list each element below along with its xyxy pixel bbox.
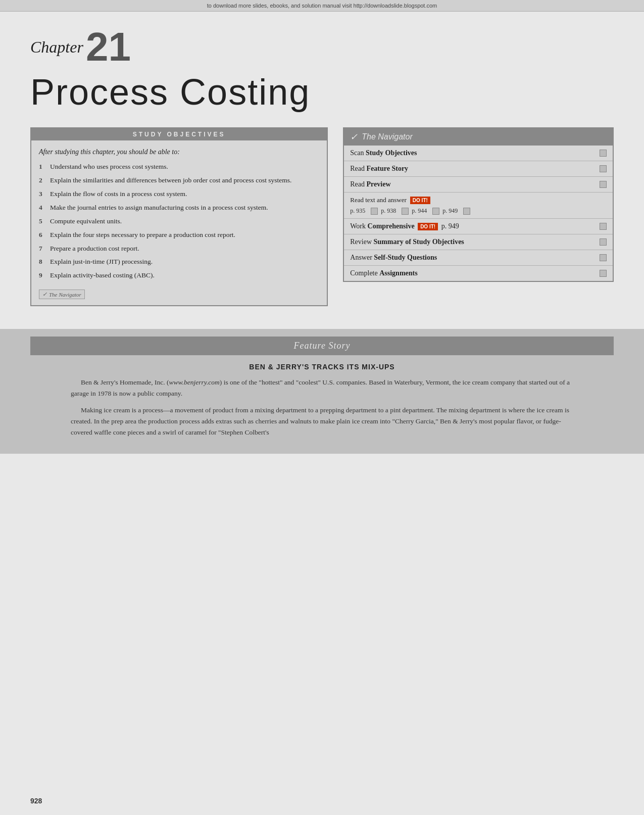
feature-story-url: www.benjerry.com xyxy=(169,378,220,386)
obj-num: 4 xyxy=(39,203,46,213)
nav-item-comprehensive-text: Work Comprehensive DO IT! p. 949 xyxy=(350,222,596,230)
content-area: Chapter 21 Process Costing STUDY OBJECTI… xyxy=(0,12,644,454)
nav-do-it-label: Read text and answer xyxy=(350,196,407,204)
navigator-items: Scan Study Objectives Read Feature Story… xyxy=(344,146,613,281)
obj-num: 3 xyxy=(39,189,46,199)
do-it-badge-comp: DO IT! xyxy=(418,223,438,230)
nav-item-answer-self-study-text: Answer Self-Study Questions xyxy=(350,254,596,262)
study-objectives-body: After studying this chapter, you should … xyxy=(31,140,327,305)
nav-checkbox-949 xyxy=(463,208,470,215)
page-number: 928 xyxy=(30,797,42,805)
nav-checkbox xyxy=(600,238,607,246)
nav-do-it-p938: p. 938 xyxy=(381,207,409,215)
chapter-number: 21 xyxy=(86,27,131,67)
list-item: 7Prepare a production cost report. xyxy=(39,244,319,254)
nav-item-scan-study: Scan Study Objectives xyxy=(344,146,613,161)
nav-item-review-summary: Review Summary of Study Objectives xyxy=(344,234,613,250)
list-item: 6Explain the four steps necessary to pre… xyxy=(39,230,319,240)
feature-story-body: Ben & Jerry's Homemade, Inc. (www.benjer… xyxy=(30,377,614,438)
nav-item-read-preview: Read Preview xyxy=(344,177,613,193)
nav-do-it-p949: p. 949 xyxy=(442,207,470,215)
nav-do-it-p944: p. 944 xyxy=(412,207,439,215)
list-item: 9Explain activity-based costing (ABC). xyxy=(39,271,319,280)
nav-item-do-it: Read text and answer DO IT! p. 935 p. 93… xyxy=(344,193,613,219)
study-objectives-box: STUDY OBJECTIVES After studying this cha… xyxy=(30,127,328,306)
list-item: 4Make the journal entries to assign manu… xyxy=(39,203,319,213)
nav-item-bold: Self-Study Questions xyxy=(374,254,437,261)
list-item: 5Compute equivalent units. xyxy=(39,217,319,226)
feature-story-section: Feature Story BEN & JERRY'S TRACKS ITS M… xyxy=(0,329,644,454)
obj-num: 8 xyxy=(39,257,46,267)
nav-item-bold: Assignments xyxy=(379,269,417,277)
nav-checkbox xyxy=(600,165,607,172)
top-banner: to download more slides, ebooks, and sol… xyxy=(0,0,644,12)
obj-text: Prepare a production cost report. xyxy=(50,244,139,254)
nav-item-bold: Preview xyxy=(367,180,391,188)
nav-item-complete-assignments: Complete Assignments xyxy=(344,266,613,281)
navigator-small-badge: ✓ The Navigator xyxy=(39,290,85,299)
obj-text: Explain just-in-time (JIT) processing. xyxy=(50,257,153,267)
list-item: 1Understand who uses process cost system… xyxy=(39,162,319,172)
nav-item-read-preview-text: Read Preview xyxy=(350,180,596,188)
obj-num: 5 xyxy=(39,217,46,226)
page: to download more slides, ebooks, and sol… xyxy=(0,0,644,815)
obj-text: Explain activity-based costing (ABC). xyxy=(50,271,155,280)
nav-item-answer-self-study: Answer Self-Study Questions xyxy=(344,250,613,266)
navigator-checkmark-icon: ✓ xyxy=(350,131,358,142)
obj-num: 9 xyxy=(39,271,46,280)
two-column-section: STUDY OBJECTIVES After studying this cha… xyxy=(30,127,614,314)
study-objectives-header: STUDY OBJECTIVES xyxy=(31,128,327,140)
nav-item-bold: Comprehensive xyxy=(368,222,415,230)
nav-checkmark-small: ✓ xyxy=(42,291,47,298)
left-column: STUDY OBJECTIVES After studying this cha… xyxy=(30,127,328,314)
obj-text: Explain the similarities and differences… xyxy=(50,176,292,185)
feature-story-para-1: Ben & Jerry's Homemade, Inc. (www.benjer… xyxy=(71,377,573,399)
nav-checkbox-944 xyxy=(432,208,439,215)
obj-num: 2 xyxy=(39,176,46,185)
nav-checkbox-938 xyxy=(402,208,409,215)
navigator-box: ✓ The Navigator Scan Study Objectives Re… xyxy=(343,127,614,282)
chapter-word: Chapter xyxy=(30,38,83,57)
nav-item-complete-assignments-text: Complete Assignments xyxy=(350,269,596,277)
nav-checkbox-935 xyxy=(371,208,378,215)
list-item: 2Explain the similarities and difference… xyxy=(39,176,319,185)
obj-num: 7 xyxy=(39,244,46,254)
navigator-header: ✓ The Navigator xyxy=(344,128,613,146)
feature-story-header: Feature Story xyxy=(30,337,614,355)
obj-text: Make the journal entries to assign manuf… xyxy=(50,203,268,213)
nav-item-bold: Study Objectives xyxy=(366,149,417,157)
right-column: ✓ The Navigator Scan Study Objectives Re… xyxy=(343,127,614,314)
obj-text: Explain the four steps necessary to prep… xyxy=(50,230,235,240)
list-item: 8Explain just-in-time (JIT) processing. xyxy=(39,257,319,267)
obj-text: Compute equivalent units. xyxy=(50,217,122,226)
nav-item-read-feature-text: Read Feature Story xyxy=(350,165,596,173)
nav-item-bold: Feature Story xyxy=(367,165,409,172)
nav-item-bold: Summary of Study Objectives xyxy=(374,238,464,246)
nav-item-review-summary-text: Review Summary of Study Objectives xyxy=(350,238,596,246)
nav-checkbox xyxy=(600,150,607,157)
nav-item-comprehensive: Work Comprehensive DO IT! p. 949 xyxy=(344,219,613,234)
navigator-small-label: The Navigator xyxy=(49,292,81,298)
obj-text: Understand who uses process cost systems… xyxy=(50,162,168,172)
chapter-header: Chapter 21 xyxy=(30,27,614,67)
navigator-title: The Navigator xyxy=(362,132,413,141)
obj-num: 1 xyxy=(39,162,46,172)
nav-do-it-p935: p. 935 xyxy=(350,207,378,215)
list-item: 3Explain the flow of costs in a process … xyxy=(39,189,319,199)
nav-item-read-feature: Read Feature Story xyxy=(344,161,613,177)
study-objectives-intro: After studying this chapter, you should … xyxy=(39,147,319,157)
main-title: Process Costing xyxy=(30,72,614,112)
top-banner-text: to download more slides, ebooks, and sol… xyxy=(207,3,437,9)
feature-story-title: BEN & JERRY'S TRACKS ITS MIX-UPS xyxy=(30,363,614,371)
nav-checkbox xyxy=(600,181,607,188)
obj-text: Explain the flow of costs in a process c… xyxy=(50,189,187,199)
nav-checkbox xyxy=(600,223,607,230)
feature-story-para-2: Making ice cream is a process—a movement… xyxy=(71,405,573,438)
do-it-badge: DO IT! xyxy=(410,197,430,204)
nav-checkbox xyxy=(600,270,607,277)
objectives-list: 1Understand who uses process cost system… xyxy=(39,162,319,280)
nav-checkbox xyxy=(600,254,607,261)
nav-item-scan-study-text: Scan Study Objectives xyxy=(350,149,596,157)
obj-num: 6 xyxy=(39,230,46,240)
